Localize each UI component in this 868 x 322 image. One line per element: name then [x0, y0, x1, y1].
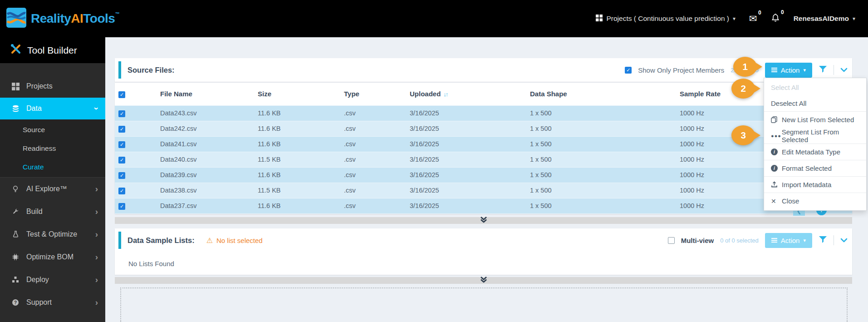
sidebar-item-support[interactable]: ?Support›	[0, 291, 105, 314]
brand-logo[interactable]: RealityAITools™	[0, 8, 119, 30]
dots-icon: ●●●	[771, 133, 782, 139]
grid-icon	[11, 83, 20, 90]
main-content: Source Files: ✓ Show Only Project Member…	[105, 37, 868, 322]
file-row[interactable]: ✓Data243.csv11.6 KB.csv3/16/20251 x 5001…	[115, 105, 852, 121]
sidebar-item-label: Build	[26, 208, 43, 216]
row-checkbox[interactable]: ✓	[118, 203, 125, 210]
sidebar-subitem-source[interactable]: Source	[0, 120, 105, 139]
column-header-type: Type	[339, 83, 405, 105]
file-row[interactable]: ✓Data240.csv11.5 KB.csv3/16/20251 x 5001…	[115, 152, 852, 167]
deploy-icon	[11, 276, 20, 283]
sidebar-item-ai-explore[interactable]: AI Explore™›	[0, 178, 105, 200]
row-checkbox[interactable]: ✓	[118, 110, 125, 117]
reality-ai-logo-icon	[6, 8, 26, 30]
sort-icon[interactable]: ↓↑	[443, 91, 447, 98]
no-lists-found-label: No Lists Found	[128, 260, 174, 268]
sidebar-item-label: AI Explore™	[26, 185, 67, 193]
show-only-project-members-label: Show Only Project Members	[638, 66, 724, 74]
menu-item-label: Select All	[771, 84, 799, 91]
username-label: RenesasAIDemo	[794, 15, 849, 23]
messages-count-badge: 0	[758, 10, 761, 16]
tool-builder-header: Tool Builder	[0, 37, 105, 63]
divider	[834, 235, 834, 245]
menu-item-close[interactable]: ✕Close	[764, 193, 866, 209]
select-all-checkbox[interactable]: ✓	[118, 91, 125, 98]
panel-accent	[118, 232, 121, 249]
chevron-right-icon: ›	[95, 184, 98, 194]
cell-file-name: Data237.csv	[140, 198, 253, 213]
double-chevron-down-icon	[479, 277, 488, 285]
row-checkbox[interactable]: ✓	[118, 141, 125, 148]
hamburger-icon	[771, 238, 777, 243]
cell-size: 11.6 KB	[253, 167, 339, 183]
menu-item-label: Close	[782, 197, 799, 205]
action-dropdown-menu: Select AllDeselect AllNew List From Sele…	[764, 78, 867, 211]
chip-icon	[11, 253, 20, 261]
menu-item-edit-metadata-type[interactable]: iEdit Metadata Type	[764, 144, 866, 160]
warning-icon: ⚠	[206, 236, 213, 245]
projects-menu[interactable]: Projects ( Continuous value prediction )…	[596, 15, 736, 23]
menu-item-import-metadata[interactable]: Import Metadata	[764, 177, 866, 193]
no-lists-found-panel: No Lists Found	[115, 252, 852, 275]
cell-file-name: Data243.csv	[140, 105, 253, 121]
filter-icon[interactable]	[819, 65, 827, 75]
cell-size: 11.5 KB	[253, 183, 339, 198]
menu-item-label: Edit Metadata Type	[782, 148, 840, 156]
copy-icon	[771, 116, 782, 123]
row-checkbox[interactable]: ✓	[118, 172, 125, 179]
collapse-panel-chevron-icon[interactable]	[840, 68, 848, 72]
data-sample-lists-collapse-bar[interactable]	[115, 277, 852, 284]
cell-type: .csv	[339, 167, 405, 183]
notifications-button[interactable]: 0	[771, 13, 780, 25]
file-row[interactable]: ✓Data237.csv11.6 KB.csv3/16/20251 x 5001…	[115, 198, 852, 213]
sidebar-subitem-label: Source	[23, 126, 45, 134]
menu-item-format-selected[interactable]: iFormat Selected	[764, 160, 866, 176]
brand-wordmark: RealityAITools™	[31, 8, 119, 26]
row-checkbox[interactable]: ✓	[118, 126, 125, 133]
grid-icon	[596, 15, 603, 23]
caret-down-icon: ▾	[853, 15, 855, 22]
data-sample-lists-action-button[interactable]: Action ▾	[765, 233, 812, 248]
user-menu[interactable]: RenesasAIDemo ▾	[794, 15, 855, 23]
menu-item-segment-list-from-selected[interactable]: ●●●Segment List From Selected	[764, 128, 866, 144]
sidebar-subitem-readiness[interactable]: Readiness	[0, 139, 105, 158]
source-files-action-button[interactable]: Action ▾	[765, 63, 812, 78]
sidebar: Tool Builder ProjectsData›SourceReadines…	[0, 37, 105, 322]
cell-uploaded: 3/16/2025	[405, 136, 525, 152]
file-row[interactable]: ✓Data239.csv11.6 KB.csv3/16/20251 x 5001…	[115, 167, 852, 183]
menu-item-new-list-from-selected[interactable]: New List From Selected	[764, 112, 866, 128]
sidebar-item-optimize-bom[interactable]: Optimize BOM›	[0, 246, 105, 268]
notifications-count-badge: 0	[781, 9, 784, 15]
sidebar-item-projects[interactable]: Projects	[0, 75, 105, 98]
sidebar-item-deploy[interactable]: Deploy›	[0, 268, 105, 291]
sidebar-nav: ProjectsData›SourceReadinessCurateAI Exp…	[0, 63, 105, 314]
row-checkbox[interactable]: ✓	[118, 188, 125, 194]
column-header-data-shape: Data Shape	[525, 83, 675, 105]
projects-menu-label: Projects ( Continuous value prediction )	[606, 15, 729, 23]
row-checkbox[interactable]: ✓	[118, 157, 125, 163]
menu-item-deselect-all[interactable]: Deselect All	[764, 95, 866, 111]
file-row[interactable]: ✓Data238.csv11.5 KB.csv3/16/20251 x 5001…	[115, 183, 852, 198]
bulb-icon	[11, 185, 20, 193]
cell-uploaded: 3/16/2025	[405, 121, 525, 136]
cell-data-shape: 1 x 500	[525, 183, 675, 198]
sidebar-item-data[interactable]: Data›	[0, 98, 105, 119]
column-header-uploaded[interactable]: Uploaded↓↑	[405, 83, 525, 105]
sidebar-item-build[interactable]: Build›	[0, 200, 105, 223]
sidebar-subitem-curate[interactable]: Curate	[0, 158, 105, 176]
source-files-collapse-bar[interactable]	[115, 217, 852, 224]
cell-type: .csv	[339, 136, 405, 152]
sidebar-item-label: Test & Optimize	[26, 230, 77, 238]
filter-icon[interactable]	[819, 236, 827, 245]
chevron-right-icon: ›	[95, 275, 98, 285]
show-only-project-members-checkbox[interactable]: ✓	[625, 67, 632, 74]
cell-type: .csv	[339, 105, 405, 121]
messages-button[interactable]: ✉ 0	[749, 14, 757, 24]
sidebar-item-test-optimize[interactable]: Test & Optimize›	[0, 223, 105, 246]
chevron-right-icon: ›	[95, 297, 98, 307]
menu-item-label: Import Metadata	[782, 181, 831, 188]
multi-view-checkbox[interactable]	[668, 237, 675, 244]
top-navbar: RealityAITools™ Projects ( Continuous va…	[0, 0, 868, 37]
sidebar-item-label: Data	[26, 104, 42, 113]
collapse-panel-chevron-icon[interactable]	[840, 238, 848, 243]
